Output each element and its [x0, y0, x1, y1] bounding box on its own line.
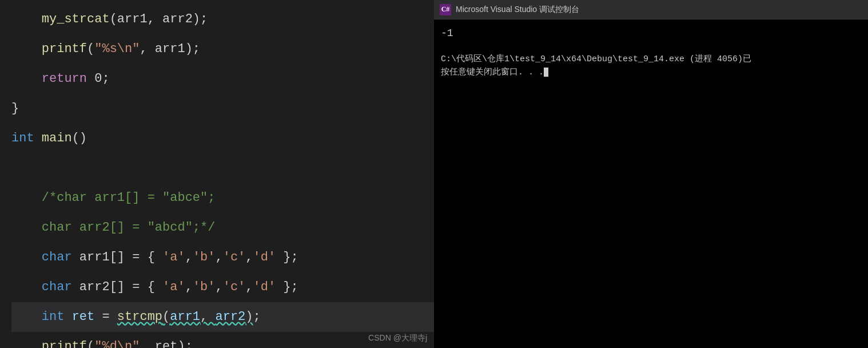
code-editor: my_strcat(arr1, arr2); printf("%s\n", ar… [0, 0, 434, 348]
console-body: -1 C:\代码区\仓库1\test_9_14\x64\Debug\test_9… [434, 19, 868, 348]
code-content: my_strcat(arr1, arr2); printf("%s\n", ar… [0, 0, 434, 348]
vs-icon: C# [440, 4, 451, 15]
console-output: -1 [441, 25, 861, 42]
code-line-4: } [11, 94, 434, 124]
code-line-3: return 0; [11, 64, 434, 94]
console-titlebar: C# Microsoft Visual Studio 调试控制台 [434, 0, 868, 19]
code-line-1: my_strcat(arr1, arr2); [11, 5, 434, 34]
code-line-5: int main() [11, 124, 434, 153]
console-prompt: 按任意键关闭此窗口. . . [441, 66, 861, 80]
code-line-9: char arr1[] = { 'a','b','c','d' }; [11, 243, 434, 272]
code-line-11: int ret = strcmp(arr1, arr2); [11, 302, 434, 332]
code-line-6 [11, 153, 434, 183]
code-line-2: printf("%s\n", arr1); [11, 34, 434, 64]
code-line-7: /*char arr1[] = "abce"; [11, 183, 434, 213]
code-line-10: char arr2[] = { 'a','b','c','d' }; [11, 272, 434, 302]
vs-icon-label: C# [441, 5, 450, 14]
debug-console: C# Microsoft Visual Studio 调试控制台 -1 C:\代… [434, 0, 868, 348]
watermark: CSDN @大理寺j [368, 333, 427, 343]
code-line-8: char arr2[] = "abcd";*/ [11, 213, 434, 243]
console-title: Microsoft Visual Studio 调试控制台 [456, 5, 579, 15]
cursor-blink [544, 68, 548, 77]
console-path: C:\代码区\仓库1\test_9_14\x64\Debug\test_9_14… [441, 53, 861, 66]
